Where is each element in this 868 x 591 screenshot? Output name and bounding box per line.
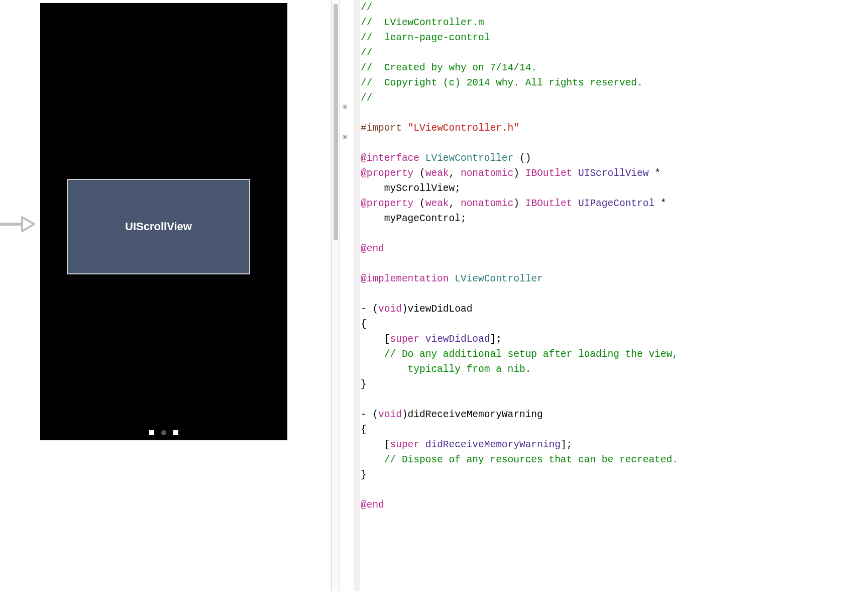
code-editor-pane: // // LViewController.m // learn-page-co… — [332, 0, 868, 591]
code-text: @property — [361, 198, 413, 209]
code-text: } — [361, 469, 367, 480]
code-text: // — [361, 92, 372, 104]
code-text: "LViewController.h" — [408, 123, 519, 134]
code-text: ( — [413, 168, 425, 179]
page-dot-1 — [149, 430, 154, 435]
editor-gutter — [340, 0, 360, 591]
code-text: @interface — [361, 153, 425, 164]
uipagecontrol[interactable] — [149, 430, 178, 435]
code-text: [ — [361, 439, 390, 450]
code-text: // — [361, 62, 384, 73]
code-text: myScrollView; — [361, 183, 461, 194]
code-text: @end — [361, 243, 384, 254]
code-text — [572, 198, 578, 209]
svg-marker-1 — [22, 217, 34, 231]
code-text: void — [378, 304, 402, 315]
code-text: Created by why on 7/14/14. — [384, 62, 537, 73]
code-text: - ( — [361, 304, 378, 315]
code-text: [ — [361, 334, 390, 345]
code-text: )viewDidLoad — [402, 304, 472, 315]
code-text: // Do any additional setup after loading… — [361, 349, 678, 360]
code-text: #import — [361, 123, 408, 134]
code-text: // — [361, 17, 384, 28]
code-text — [419, 334, 425, 345]
interface-builder-pane: UIScrollView — [0, 0, 332, 591]
code-text: LViewController — [425, 153, 514, 164]
code-text: , — [449, 198, 461, 209]
code-text: learn-page-control — [384, 32, 490, 43]
code-text: // — [361, 32, 384, 43]
code-text — [572, 168, 578, 179]
code-text: )didReceiveMemoryWarning — [402, 409, 543, 420]
source-editor[interactable]: // // LViewController.m // learn-page-co… — [360, 0, 868, 591]
uiscrollview-placeholder[interactable]: UIScrollView — [67, 179, 250, 274]
code-text: myPageControl; — [361, 213, 467, 224]
fold-ribbon[interactable] — [354, 0, 360, 591]
code-text: typically from a nib. — [361, 364, 531, 375]
code-text: nonatomic — [461, 168, 513, 179]
code-text: ]; — [490, 334, 501, 345]
uiscrollview-label: UIScrollView — [125, 220, 192, 233]
code-text: didReceiveMemoryWarning — [425, 439, 561, 450]
code-text: ) — [513, 198, 525, 209]
code-text: LViewController.m — [384, 17, 484, 28]
phone-canvas[interactable]: UIScrollView — [40, 3, 287, 440]
code-text: , — [449, 168, 461, 179]
segue-arrow-icon — [0, 216, 36, 232]
code-text: { — [361, 319, 367, 330]
code-text: UIPageControl — [578, 198, 655, 209]
editor-scrollbar-thumb[interactable] — [334, 4, 338, 240]
code-text: { — [361, 424, 367, 435]
page-dot-3 — [173, 430, 178, 435]
code-text — [419, 439, 425, 450]
code-text: nonatomic — [461, 198, 513, 209]
code-text: // — [361, 2, 372, 13]
code-text: * — [655, 198, 666, 209]
code-text: @end — [361, 500, 384, 511]
code-text: @property — [361, 168, 413, 179]
code-text: - ( — [361, 409, 378, 420]
code-text: // Dispose of any resources that can be … — [361, 454, 678, 465]
code-text: IBOutlet — [525, 168, 573, 179]
editor-scrollbar[interactable] — [332, 0, 340, 591]
code-text: // — [361, 77, 384, 88]
code-text: ) — [513, 168, 525, 179]
code-text: UIScrollView — [578, 168, 648, 179]
iboutlet-connection-indicator-icon[interactable] — [343, 135, 347, 139]
code-text: super — [390, 439, 420, 450]
code-text: * — [648, 168, 660, 179]
code-text: Copyright (c) 2014 why. All rights reser… — [384, 77, 643, 88]
code-text: // — [361, 47, 372, 58]
code-text: LViewController — [455, 273, 543, 284]
code-text: ]; — [561, 439, 572, 450]
code-text: @implementation — [361, 273, 455, 284]
code-text: () — [513, 153, 531, 164]
code-text: weak — [425, 168, 449, 179]
iboutlet-connection-indicator-icon[interactable] — [343, 105, 347, 109]
code-text: ( — [413, 198, 425, 209]
code-text: viewDidLoad — [425, 334, 490, 345]
code-text: } — [361, 379, 367, 390]
code-text: weak — [425, 198, 449, 209]
code-text: void — [378, 409, 402, 420]
code-text: IBOutlet — [525, 198, 573, 209]
code-text: super — [390, 334, 420, 345]
page-dot-2 — [161, 430, 166, 435]
